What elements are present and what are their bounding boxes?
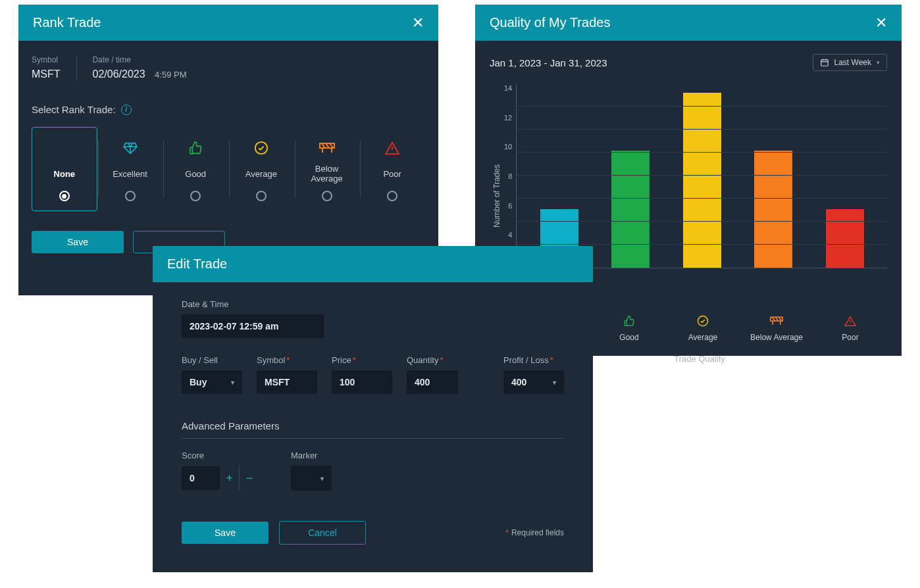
y-tick: 10	[504, 143, 512, 151]
symbol-label: Symbol*	[257, 355, 317, 365]
info-icon[interactable]: i	[121, 105, 132, 115]
calendar-icon	[820, 58, 829, 67]
svg-rect-2	[821, 60, 828, 66]
rank-trade-title: Rank Trade	[33, 15, 101, 30]
rank-option-label: Poor	[383, 163, 401, 184]
rank-option-below-average[interactable]: Below Average	[294, 127, 360, 211]
score-stepper: 0 + −	[182, 466, 259, 491]
edit-trade-header: Edit Trade	[153, 246, 593, 282]
y-tick: 4	[504, 231, 512, 239]
x-category-label: Below Average	[750, 333, 803, 342]
check-circle-icon	[254, 139, 268, 157]
bar-good	[611, 151, 650, 268]
y-ticks: 1412108642	[501, 84, 516, 268]
price-label: Price*	[332, 355, 392, 365]
radio-icon	[387, 191, 397, 201]
marker-select[interactable]: ▾	[291, 466, 332, 491]
svg-point-0	[255, 142, 267, 154]
y-tick: 12	[504, 114, 512, 122]
cancel-button[interactable]: Cancel	[279, 521, 366, 545]
plot-area	[516, 84, 887, 268]
buysell-select[interactable]: Buy ▾	[182, 370, 242, 394]
rank-option-poor[interactable]: Poor	[359, 127, 425, 211]
range-picker-value: Last Week	[834, 58, 871, 67]
bars	[517, 84, 887, 268]
bar-below-average	[754, 151, 792, 268]
rank-option-label: None	[54, 163, 76, 184]
time-value: 4:59 PM	[155, 70, 186, 80]
datetime-label: Date / time	[93, 55, 187, 64]
warning-icon	[385, 139, 399, 157]
buysell-label: Buy / Sell	[182, 355, 242, 365]
x-category-label: Average	[688, 333, 717, 342]
quantity-input[interactable]: 400	[407, 370, 458, 394]
check-circle-icon	[697, 314, 709, 328]
y-tick: 6	[504, 202, 512, 210]
chevron-down-icon: ▾	[320, 475, 324, 482]
rank-option-good[interactable]: Good	[163, 127, 228, 211]
svg-point-3	[698, 316, 708, 326]
radio-icon	[322, 191, 332, 201]
rank-option-label: Below Average	[299, 163, 355, 184]
rank-option-excellent[interactable]: Excellent	[97, 127, 163, 211]
advanced-params-header: Advanced Parameters	[182, 420, 564, 439]
x-category: Below Average	[740, 308, 813, 342]
y-tick: 8	[504, 172, 512, 180]
bar-average	[683, 93, 721, 268]
datetime-input[interactable]: 2023-02-07 12:59 am	[182, 314, 324, 338]
save-button[interactable]: Save	[182, 522, 268, 544]
chevron-down-icon: ▾	[877, 59, 880, 66]
x-category: Poor	[813, 308, 887, 342]
profitloss-value: 400	[511, 377, 526, 387]
close-icon[interactable]: ✕	[875, 16, 887, 30]
radio-icon	[125, 191, 136, 201]
date-value: 02/06/2023	[93, 68, 145, 80]
x-category-label: Good	[619, 333, 638, 342]
quantity-label: Quantity*	[407, 355, 458, 365]
barrier-icon	[770, 314, 783, 328]
warning-icon	[844, 314, 856, 328]
date-range-picker[interactable]: Last Week ▾	[813, 54, 887, 71]
profitloss-select[interactable]: 400 ▾	[503, 370, 564, 394]
symbol-input[interactable]: MSFT	[257, 370, 317, 394]
edit-trade-title: Edit Trade	[167, 257, 227, 272]
symbol-value: MSFT	[32, 68, 61, 80]
rank-option-average[interactable]: Average	[228, 127, 294, 211]
rank-trade-header: Rank Trade ✕	[18, 5, 438, 41]
rank-option-none[interactable]: None	[32, 127, 97, 211]
radio-icon	[256, 191, 267, 201]
rank-option-label: Excellent	[113, 163, 147, 184]
profitloss-label: Profit / Loss*	[503, 355, 564, 365]
rank-option-label: Average	[245, 163, 277, 184]
chevron-down-icon: ▾	[231, 379, 234, 386]
quality-title: Quality of My Trades	[490, 15, 610, 30]
diamond-icon	[123, 139, 138, 157]
x-category: Good	[592, 308, 666, 342]
rank-options: None Excellent Good	[32, 127, 425, 211]
rank-option-label: Good	[185, 163, 206, 184]
bar-poor	[826, 209, 864, 268]
score-input[interactable]: 0	[182, 466, 220, 490]
buysell-value: Buy	[190, 377, 207, 387]
edit-trade-panel: Edit Trade Date & Time 2023-02-07 12:59 …	[153, 246, 593, 572]
y-tick: 14	[504, 84, 512, 92]
save-button[interactable]: Save	[32, 231, 124, 253]
datetime-value: 02/06/2023 4:59 PM	[93, 68, 187, 80]
barrier-icon	[319, 139, 335, 157]
chevron-down-icon: ▾	[553, 379, 556, 386]
x-category: Average	[666, 308, 740, 342]
trade-meta: Symbol MSFT Date / time 02/06/2023 4:59 …	[32, 55, 425, 80]
symbol-label: Symbol	[32, 55, 61, 64]
radio-icon	[59, 191, 70, 201]
radio-icon	[190, 191, 201, 201]
date-range-label: Jan 1, 2023 - Jan 31, 2023	[490, 57, 607, 68]
x-category-label: Poor	[842, 333, 858, 342]
required-note: *Required fields	[504, 528, 564, 537]
score-minus-button[interactable]: −	[240, 466, 259, 491]
thumbs-up-icon	[188, 139, 203, 157]
score-label: Score	[182, 451, 259, 460]
quality-header: Quality of My Trades ✕	[475, 5, 902, 41]
close-icon[interactable]: ✕	[412, 16, 424, 30]
score-plus-button[interactable]: +	[220, 466, 240, 491]
price-input[interactable]: 100	[332, 370, 392, 394]
